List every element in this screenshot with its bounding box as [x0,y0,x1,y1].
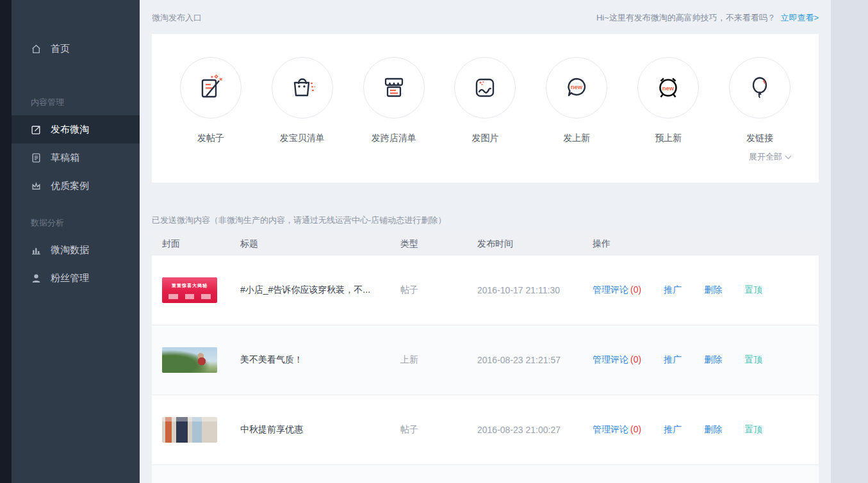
row-title: 中秋提前享优惠 [240,424,400,436]
col-time: 发布时间 [477,238,593,250]
comment-count: (0) [630,424,641,434]
edit-icon [31,124,42,135]
sidebar-item-label: 发布微淘 [51,124,89,136]
alarm-new-icon: new [637,57,699,119]
promo-text: Hi~这里有发布微淘的高富帅技巧，不来看看吗？ [596,13,776,22]
draft-icon [31,152,42,163]
row-time: 2016-08-23 21:00:27 [477,425,593,435]
entry-link[interactable]: 发链接 [729,57,790,144]
col-cover: 封面 [162,238,240,250]
delete-link[interactable]: 删除 [704,424,722,436]
entry-post[interactable]: 发帖子 [180,57,242,144]
table-row [152,465,819,483]
entry-label: 发帖子 [197,133,224,144]
right-background-strip [831,0,868,483]
entry-new-arrival[interactable]: new 发上新 [546,57,607,144]
sent-content-title: 已发送微淘内容（非微淘生产的内容，请通过无线运营中心-店铺动态进行删除） [152,215,819,226]
sidebar-section-content: 内容管理 [12,96,140,109]
row-title: #小店_#告诉你应该穿秋装，不... [240,284,400,296]
entry-image[interactable]: 发图片 [454,57,516,144]
entry-label: 预上新 [655,133,682,144]
pin-link[interactable]: 置顶 [744,424,762,436]
svg-text:new: new [662,85,675,92]
home-icon [31,44,42,54]
post-icon [180,57,242,119]
image-icon [454,57,516,119]
delete-link[interactable]: 删除 [704,284,722,296]
entry-label: 发上新 [563,133,590,144]
sidebar-item-label: 优质案例 [51,180,89,192]
expand-all-button[interactable]: 展开全部 [749,151,790,163]
sidebar-item-label: 粉丝管理 [51,272,89,284]
row-type: 帖子 [400,284,477,296]
page-title: 微淘发布入口 [152,12,202,24]
sidebar-item-weitao-data[interactable]: 微淘数据 [12,236,140,264]
comment-count: (0) [630,354,641,364]
svg-text:new: new [571,83,583,90]
chevron-down-icon [785,153,792,160]
fans-icon [31,273,42,284]
manage-comments-link[interactable]: 管理评论(0) [593,424,641,436]
entry-label: 发宝贝清单 [280,133,325,144]
shop-icon [363,57,425,119]
manage-comments-link[interactable]: 管理评论(0) [593,354,641,366]
bag-icon [272,57,333,119]
entry-label: 发链接 [746,133,773,144]
sidebar-item-cases[interactable]: 优质案例 [12,172,140,200]
cover-thumbnail[interactable] [162,417,217,443]
pin-link[interactable]: 置顶 [744,354,762,366]
table-row: 中秋提前享优惠 帖子 2016-08-23 21:00:27 管理评论(0) 推… [152,395,819,465]
sidebar-item-fans[interactable]: 粉丝管理 [12,264,140,292]
promo-banner: Hi~这里有发布微淘的高富帅技巧，不来看看吗？ 立即查看> [596,12,819,24]
sidebar-item-label: 首页 [51,43,70,55]
entry-label: 发图片 [471,133,498,144]
sent-content-table: 封面 标题 类型 发布时间 操作 重重惊喜大揭秘 #小店_#告诉你应该穿秋装，不… [152,232,819,483]
cover-thumbnail[interactable]: 重重惊喜大揭秘 [162,277,217,303]
row-type: 帖子 [400,424,477,436]
promote-link[interactable]: 推广 [664,424,682,436]
table-row: 美不美看气质！ 上新 2016-08-23 21:21:57 管理评论(0) 推… [152,325,819,395]
sidebar-item-label: 微淘数据 [51,244,89,256]
row-type: 上新 [400,354,477,366]
publish-entries-card: 发帖子 发宝贝清单 [152,34,819,183]
left-rail [0,0,12,483]
promote-link[interactable]: 推广 [664,284,682,296]
row-time: 2016-08-23 21:21:57 [477,355,593,365]
table-row: 重重惊喜大揭秘 #小店_#告诉你应该穿秋装，不... 帖子 2016-10-17… [152,256,819,325]
table-header: 封面 标题 类型 发布时间 操作 [152,232,819,256]
comment-count: (0) [630,284,641,295]
sidebar-section-data: 数据分析 [12,217,140,229]
manage-comments-link[interactable]: 管理评论(0) [593,284,641,296]
row-time: 2016-10-17 21:11:30 [477,285,593,295]
sidebar-item-publish[interactable]: 发布微淘 [12,115,140,143]
sidebar-item-drafts[interactable]: 草稿箱 [12,143,140,172]
row-title: 美不美看气质！ [240,354,400,366]
cover-thumbnail[interactable] [162,347,217,373]
promo-view-now-link[interactable]: 立即查看> [780,13,819,22]
delete-link[interactable]: 删除 [704,354,722,366]
sidebar-item-label: 草稿箱 [51,152,79,164]
entry-cross-shop-list[interactable]: 发跨店清单 [363,57,425,144]
main-area: 微淘发布入口 Hi~这里有发布微淘的高富帅技巧，不来看看吗？ 立即查看> [140,0,831,483]
sidebar: 首页 内容管理 发布微淘 草稿箱 优质案例 数据分析 微淘数据 粉丝管理 [12,0,140,483]
col-title: 标题 [240,238,400,250]
promote-link[interactable]: 推广 [664,354,682,366]
col-type: 类型 [400,238,477,250]
entry-pre-new[interactable]: new 预上新 [637,57,699,144]
balloon-icon [729,57,790,119]
crown-icon [31,181,42,192]
bubble-new-icon: new [546,57,607,119]
entry-label: 发跨店清单 [372,133,416,144]
col-actions: 操作 [593,238,808,250]
entry-item-list[interactable]: 发宝贝清单 [272,57,333,144]
bar-chart-icon [31,245,42,256]
sidebar-item-home[interactable]: 首页 [12,35,140,63]
pin-link[interactable]: 置顶 [744,284,762,296]
